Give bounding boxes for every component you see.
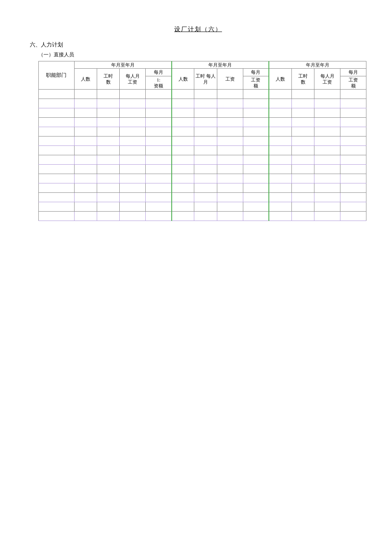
section-title: 六、人力计划 xyxy=(30,41,366,49)
header-row-period: 职能部门 年月至年月 年月至年月 年月至年月 xyxy=(39,61,366,69)
table-row xyxy=(39,174,366,183)
table-row xyxy=(39,99,366,108)
hours-header-1: 工时 数 xyxy=(97,69,120,90)
period1-header: 年月至年月 xyxy=(74,61,171,69)
table-row xyxy=(39,137,366,146)
main-table-wrapper: 职能部门 年月至年月 年月至年月 年月至年月 人数 工时 数 每人月 工资 每月… xyxy=(38,61,366,221)
hours-header-2: 工时 每人月 xyxy=(194,69,217,90)
monthly-header-top-2: 每月 xyxy=(243,69,269,76)
table-row xyxy=(39,127,366,137)
table-row xyxy=(39,183,366,193)
page-title: 设厂计划（六） xyxy=(30,26,366,33)
table-row xyxy=(39,108,366,118)
msal-header-3: 每人月 工资 xyxy=(314,69,340,90)
num-header-3: 人数 xyxy=(269,69,291,90)
msal-header-2: 工资 xyxy=(217,69,243,90)
table-row xyxy=(39,146,366,155)
monthly-sub-3: 工资 额 xyxy=(340,76,366,90)
table-row xyxy=(39,90,366,99)
period2-header: 年月至年月 xyxy=(172,61,269,69)
subsection-title: （一）直接人员 xyxy=(38,51,366,58)
table-row xyxy=(39,212,366,221)
num-header-2: 人数 xyxy=(172,69,194,90)
table-row xyxy=(39,193,366,202)
header-row-sub1: 人数 工时 数 每人月 工资 每月 人数 工时 每人月 工资 每月 人数 工时 … xyxy=(39,69,366,76)
dept-header: 职能部门 xyxy=(39,61,75,90)
table-row xyxy=(39,118,366,127)
table-row xyxy=(39,165,366,174)
period3-header: 年月至年月 xyxy=(269,61,366,69)
msal-header-1: 每人月 工资 xyxy=(120,69,146,90)
num-header-1: 人数 xyxy=(74,69,97,90)
table-row xyxy=(39,202,366,212)
monthly-sub-1: 1: 资额 xyxy=(146,76,172,90)
hours-header-3: 工时 数 xyxy=(291,69,314,90)
monthly-sub-2: 工资 额 xyxy=(243,76,269,90)
monthly-header-top-3: 每月 xyxy=(340,69,366,76)
monthly-header-top-1: 每月 xyxy=(146,69,172,76)
manpower-table: 职能部门 年月至年月 年月至年月 年月至年月 人数 工时 数 每人月 工资 每月… xyxy=(38,61,366,221)
table-row xyxy=(39,155,366,165)
